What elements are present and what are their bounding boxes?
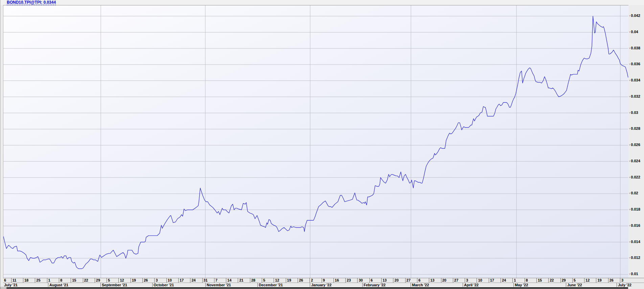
week-cell: 5	[262, 278, 274, 283]
week-cell: 3	[154, 278, 166, 283]
y-axis-label: +0.018	[629, 207, 640, 212]
week-cell: 12	[274, 278, 285, 283]
week-cell: 28	[250, 278, 262, 283]
y-axis-tick: +	[629, 127, 630, 130]
week-cell: 5	[572, 278, 584, 283]
week-cell: 14	[226, 278, 238, 283]
week-cell: 15	[536, 278, 548, 283]
week-cell: 30	[357, 278, 369, 283]
x-axis[interactable]: 6111825181522295121926310172431714212851…	[3, 278, 644, 287]
y-axis-tick: +	[629, 176, 630, 179]
y-axis-tick: +	[629, 111, 630, 115]
y-axis-label: +0.022	[629, 175, 640, 179]
week-cell: 31	[202, 278, 214, 283]
week-cell: 9	[322, 278, 334, 283]
week-cell: 24	[501, 278, 512, 283]
y-axis-label: +0.042	[629, 14, 640, 18]
week-cell: 3	[465, 278, 477, 283]
y-axis-tick: +	[629, 63, 630, 66]
week-cell: 3	[620, 278, 644, 283]
week-cell: 11	[11, 278, 23, 283]
y-axis-label: +0.016	[629, 223, 640, 228]
y-axis-tick: +	[629, 272, 630, 276]
week-cell: 21	[238, 278, 250, 283]
week-cell: 27	[405, 278, 417, 283]
y-axis-tick: +	[629, 95, 630, 98]
week-cell: 24	[190, 278, 202, 283]
week-cell: 19	[286, 278, 298, 283]
week-cell: 1	[47, 278, 59, 283]
week-cell: 8	[525, 278, 536, 283]
week-cell: 26	[298, 278, 309, 283]
y-axis-label: +0.02	[629, 191, 638, 195]
week-cell: 17	[489, 278, 501, 283]
y-axis-tick: +	[629, 47, 630, 50]
plot-background	[3, 5, 628, 278]
y-axis-tick: +	[629, 208, 630, 211]
scrollbar-track[interactable]	[6, 287, 628, 289]
week-cell: 26	[608, 278, 620, 283]
week-cell: 19	[596, 278, 608, 283]
y-axis-label: +0.036	[629, 62, 640, 66]
week-cell: 6	[417, 278, 429, 283]
y-axis-tick: +	[629, 224, 630, 227]
y-axis-tick: +	[629, 79, 630, 82]
y-axis-label: +0.024	[629, 159, 640, 163]
week-cell: 23	[345, 278, 357, 283]
chart-canvas[interactable]	[3, 5, 629, 278]
week-cell: 13	[381, 278, 393, 283]
scrollbar-grip[interactable]	[0, 287, 6, 289]
week-cell: 29	[560, 278, 572, 283]
horizontal-scrollbar[interactable]	[0, 287, 644, 289]
week-cell: 17	[178, 278, 190, 283]
week-cell: 29	[95, 278, 107, 283]
week-cell: 7	[214, 278, 226, 283]
y-axis-tick: +	[629, 14, 630, 18]
week-cell: 25	[35, 278, 47, 283]
y-axis-tick: +	[629, 256, 630, 260]
week-cell: 2	[309, 278, 321, 283]
price-chart-svg	[3, 5, 628, 278]
y-axis-label: +0.028	[629, 126, 640, 131]
y-axis-label: +0.01	[629, 272, 638, 276]
y-axis-label: +0.032	[629, 94, 640, 99]
week-cell: 12	[118, 278, 130, 283]
week-label-row: 6111825181522295121926310172431714212851…	[3, 278, 644, 283]
week-cell: 5	[107, 278, 118, 283]
week-cell: 22	[548, 278, 560, 283]
week-cell: 27	[453, 278, 465, 283]
week-cell: 6	[3, 278, 11, 283]
week-cell: 12	[584, 278, 596, 283]
y-axis-tick: +	[629, 240, 630, 244]
week-cell: 10	[166, 278, 178, 283]
y-axis[interactable]: +0.042+0.04+0.038+0.036+0.034+0.032+0.03…	[628, 5, 644, 278]
week-cell: 6	[369, 278, 381, 283]
y-axis-label: +0.012	[629, 256, 640, 260]
series-legend-label[interactable]: BOND10.TPI@TPI: 0.0344	[7, 0, 56, 5]
week-cell: 26	[142, 278, 154, 283]
week-cell: 10	[477, 278, 488, 283]
week-cell: 15	[71, 278, 83, 283]
week-cell: 20	[393, 278, 405, 283]
y-axis-tick: +	[629, 160, 630, 163]
week-cell: 22	[83, 278, 95, 283]
y-axis-label: +0.03	[629, 111, 638, 115]
week-cell: 8	[59, 278, 71, 283]
y-axis-label: +0.04	[629, 30, 638, 34]
y-axis-label: +0.038	[629, 46, 640, 50]
chart-window: BOND10.TPI@TPI: 0.0344 +0.042+0.04+0.038…	[0, 0, 644, 289]
week-cell: 18	[23, 278, 35, 283]
week-cell: 19	[131, 278, 142, 283]
week-cell: 20	[441, 278, 453, 283]
y-axis-label: +0.014	[629, 240, 640, 244]
week-cell: 1	[512, 278, 524, 283]
chart-titlebar: BOND10.TPI@TPI: 0.0344	[0, 0, 644, 5]
week-cell: 16	[334, 278, 345, 283]
y-axis-label: +0.034	[629, 78, 640, 82]
y-axis-label: +0.026	[629, 143, 640, 147]
week-cell: 13	[429, 278, 441, 283]
y-axis-tick: +	[629, 192, 630, 195]
y-axis-tick: +	[629, 30, 630, 34]
y-axis-tick: +	[629, 143, 630, 147]
